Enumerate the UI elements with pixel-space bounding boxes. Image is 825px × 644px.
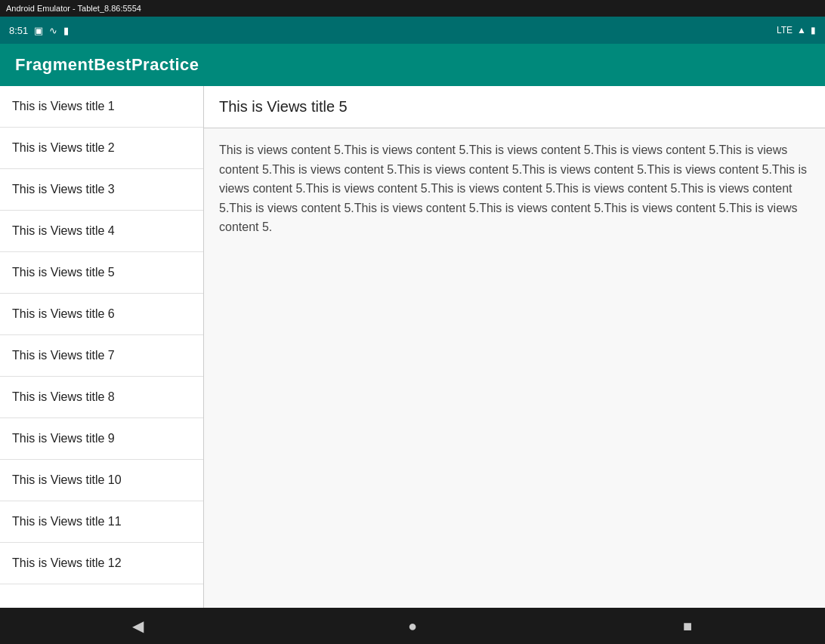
main-content: This is Views title 1This is Views title… xyxy=(0,86,825,608)
screenshot-icon: ▣ xyxy=(34,25,43,36)
app-bar-title: FragmentBestPractice xyxy=(15,55,199,75)
list-item[interactable]: This is Views title 5 xyxy=(0,252,203,294)
list-item[interactable]: This is Views title 4 xyxy=(0,211,203,252)
title-bar: Android Emulator - Tablet_8.86:5554 xyxy=(0,0,825,17)
signal-icon: ▲ xyxy=(797,25,806,35)
list-item[interactable]: This is Views title 2 xyxy=(0,128,203,169)
wifi-icon: ∿ xyxy=(49,25,57,36)
list-item[interactable]: This is Views title 6 xyxy=(0,294,203,335)
lte-text: LTE xyxy=(777,25,793,35)
list-item[interactable]: This is Views title 10 xyxy=(0,460,203,501)
status-time: 8:51 xyxy=(9,25,28,36)
list-item[interactable]: This is Views title 7 xyxy=(0,335,203,377)
app-bar: FragmentBestPractice xyxy=(0,44,825,86)
detail-title: This is Views title 5 xyxy=(204,86,825,128)
recent-button[interactable]: ■ xyxy=(665,611,710,641)
list-item[interactable]: This is Views title 11 xyxy=(0,501,203,543)
home-button[interactable]: ● xyxy=(390,611,435,641)
battery-icon: ▮ xyxy=(63,25,69,36)
nav-bar: ◀ ● ■ xyxy=(0,608,825,644)
status-bar: 8:51 ▣ ∿ ▮ LTE ▲ ▮ xyxy=(0,17,825,44)
right-panel: This is Views title 5 This is views cont… xyxy=(204,86,825,608)
detail-content: This is views content 5.This is views co… xyxy=(204,128,825,249)
list-item[interactable]: This is Views title 9 xyxy=(0,418,203,460)
list-item[interactable]: This is Views title 3 xyxy=(0,169,203,211)
status-bar-left: 8:51 ▣ ∿ ▮ xyxy=(9,25,69,36)
status-bar-right: LTE ▲ ▮ xyxy=(777,25,816,35)
left-panel[interactable]: This is Views title 1This is Views title… xyxy=(0,86,204,608)
title-bar-text: Android Emulator - Tablet_8.86:5554 xyxy=(6,4,141,13)
list-item[interactable]: This is Views title 8 xyxy=(0,377,203,418)
battery-right-icon: ▮ xyxy=(811,25,816,35)
back-button[interactable]: ◀ xyxy=(115,611,160,641)
list-item[interactable]: This is Views title 12 xyxy=(0,543,203,584)
list-item[interactable]: This is Views title 1 xyxy=(0,86,203,128)
